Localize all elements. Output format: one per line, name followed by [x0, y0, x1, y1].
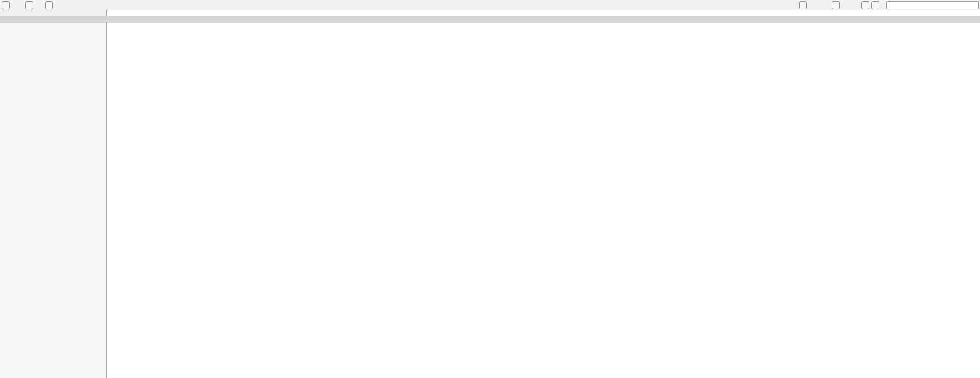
record-button[interactable] — [2, 1, 10, 9]
profile-viewer-window — [0, 0, 980, 378]
flow-events-button[interactable] — [799, 1, 807, 9]
timeline-canvas[interactable] — [0, 23, 980, 378]
process-header[interactable] — [0, 16, 980, 23]
save-button[interactable] — [25, 1, 33, 9]
view-options-button[interactable] — [871, 1, 879, 9]
metrics-button[interactable] — [861, 1, 869, 9]
track-sidebar — [0, 23, 107, 378]
load-button[interactable] — [45, 1, 53, 9]
processes-button[interactable] — [832, 1, 840, 9]
time-ruler[interactable] — [107, 10, 980, 17]
toolbar-blank-field[interactable] — [886, 1, 979, 9]
